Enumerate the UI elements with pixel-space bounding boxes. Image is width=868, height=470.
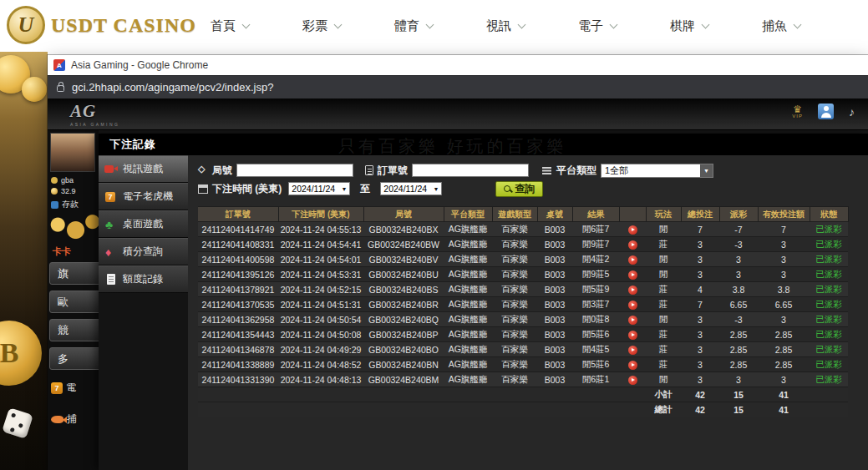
- replay-play-button[interactable]: [628, 316, 637, 325]
- replay-play-button[interactable]: [628, 331, 637, 340]
- lobby-hall-button[interactable]: 歐: [49, 291, 99, 313]
- cell-result: 閒6莊7: [572, 222, 619, 237]
- nav-item[interactable]: 視訊: [486, 18, 525, 34]
- replay-play-button[interactable]: [628, 301, 637, 310]
- search-button[interactable]: 查詢: [495, 181, 543, 197]
- lobby-username: gba: [51, 176, 74, 184]
- cell-payout: -3: [719, 312, 758, 327]
- cell-total-bet: 3: [681, 357, 719, 372]
- cell-total-bet: 3: [681, 267, 719, 282]
- cell-play-type: 莊: [646, 342, 681, 357]
- cell-platform: AG旗艦廳: [444, 267, 492, 282]
- chevron-down-icon: [334, 20, 343, 28]
- table-row: 241124041346878 2024-11-24 04:49:29 GB00…: [198, 342, 848, 357]
- ag-logo[interactable]: AG ASIA GAMING: [70, 101, 119, 127]
- cell-table-no: B003: [537, 267, 572, 282]
- table-row: 241124041400598 2024-11-24 04:54:01 GB00…: [198, 252, 848, 267]
- round-input[interactable]: [236, 164, 353, 177]
- cell-total-bet: 3: [681, 372, 719, 387]
- cell-order-id: 241124041354443: [198, 327, 278, 342]
- cell-table-no: B003: [537, 222, 572, 237]
- nav-item[interactable]: 電子: [578, 18, 617, 34]
- cell-table-no: B003: [537, 282, 572, 297]
- date-from-picker[interactable]: 2024/11/24 ▼: [288, 182, 350, 195]
- slots-label: 電: [66, 381, 76, 395]
- bet-table-header-row: 訂單號下注時間 (美東)局號平台類型遊戲類型桌號結果玩法總投注派彩有效投注額狀態: [198, 207, 848, 222]
- total-valid: 41: [758, 402, 810, 417]
- vip-button[interactable]: ♛ VIP: [792, 105, 803, 119]
- menu-label: 電子老虎機: [123, 190, 173, 204]
- nav-label: 首頁: [211, 18, 236, 34]
- cell-play-type: 莊: [646, 282, 681, 297]
- hall-label: 多: [58, 351, 69, 366]
- records-menu-item[interactable]: 視訊遊戲: [99, 155, 188, 183]
- cell-replay: [619, 267, 646, 282]
- cell-payout: 3.8: [719, 282, 758, 297]
- site-logo[interactable]: U USDT CASINO: [7, 6, 196, 44]
- lobby-hall-button[interactable]: 競: [49, 319, 99, 341]
- cell-table-no: B003: [537, 252, 572, 267]
- slot-machine-icon: [104, 191, 118, 203]
- nav-item[interactable]: 彩票: [302, 18, 341, 34]
- records-menu-item[interactable]: 額度記錄: [99, 265, 188, 293]
- column-header: 玩法: [646, 207, 681, 222]
- replay-play-button[interactable]: [628, 361, 637, 370]
- panel-title: 下注記錄: [99, 134, 868, 155]
- nav-label: 視訊: [486, 18, 511, 34]
- cell-payout: 3: [719, 267, 758, 282]
- replay-play-button[interactable]: [628, 255, 637, 265]
- cell-total-bet: 7: [681, 297, 719, 312]
- slot-seven-icon: 7: [51, 382, 63, 394]
- replay-play-button[interactable]: [628, 225, 637, 235]
- cell-table-no: B003: [537, 327, 572, 342]
- nav-item[interactable]: 捕魚: [762, 18, 800, 34]
- nav-item[interactable]: 首頁: [211, 18, 249, 34]
- table-row: 241124041338889 2024-11-24 04:48:52 GB00…: [198, 357, 848, 372]
- cell-table-no: B003: [537, 237, 572, 252]
- deposit-button[interactable]: 存款: [51, 199, 79, 210]
- lobby-hall-button[interactable]: 旗: [49, 262, 99, 285]
- cell-valid-bet: 3: [758, 312, 810, 327]
- nav-item[interactable]: 棋牌: [670, 18, 708, 34]
- cell-payout: 2.85: [719, 342, 758, 357]
- nav-label: 電子: [578, 18, 603, 34]
- column-header: 總投注: [681, 207, 719, 222]
- replay-play-button[interactable]: [628, 346, 637, 355]
- music-note-icon[interactable]: ♪: [849, 105, 855, 119]
- column-header: 平台類型: [444, 207, 492, 222]
- account-icon[interactable]: [818, 104, 834, 119]
- platform-select[interactable]: 1全部 ▼: [601, 164, 713, 178]
- replay-play-button[interactable]: [628, 240, 637, 250]
- cell-order-id: 241124041338889: [198, 357, 278, 372]
- ag-header-icons: ♛ VIP ♪: [792, 104, 855, 119]
- lobby-fishing-item[interactable]: 捕: [51, 412, 77, 427]
- cell-payout: -7: [719, 222, 758, 237]
- column-header: 有效投注額: [758, 207, 810, 222]
- cell-valid-bet: 3: [758, 372, 810, 387]
- calendar-icon: [198, 184, 208, 194]
- records-menu-item[interactable]: 電子老虎機: [99, 183, 188, 210]
- records-menu-item[interactable]: 積分查詢: [99, 238, 188, 265]
- replay-play-button[interactable]: [628, 270, 637, 280]
- chevron-down-icon: [242, 20, 251, 28]
- chrome-addressbar[interactable]: gci.2hhapi.com/agingame/pcv2/index.jsp?: [48, 75, 868, 99]
- cell-round-id: GB00324B240BO: [363, 342, 444, 357]
- nav-label: 彩票: [302, 18, 327, 34]
- cell-table-no: B003: [537, 297, 572, 312]
- date-to-picker[interactable]: 2024/11/24 ▼: [380, 182, 442, 195]
- replay-play-button[interactable]: [628, 376, 637, 385]
- lobby-slots-item[interactable]: 7 電: [51, 381, 76, 395]
- cell-platform: AG旗艦廳: [444, 297, 492, 312]
- total-row: 總計 42 15 41: [198, 402, 848, 417]
- order-input[interactable]: [412, 164, 529, 177]
- replay-play-button[interactable]: [628, 286, 637, 295]
- bet-records-panel: 下注記錄 視訊遊戲 電子老虎機 桌面遊戲 積分查詢 額度記錄: [99, 134, 868, 470]
- lobby-hall-button[interactable]: 多: [49, 347, 99, 370]
- nav-item[interactable]: 體育: [394, 18, 433, 34]
- hall-label: 競: [58, 323, 69, 338]
- cell-order-id: 241124041414749: [198, 222, 278, 237]
- cell-bet-time: 2024-11-24 04:49:29: [278, 342, 363, 357]
- platform-select-value: 1全部: [605, 164, 628, 177]
- table-row: 241124041331390 2024-11-24 04:48:13 GB00…: [198, 372, 848, 387]
- records-menu-item[interactable]: 桌面遊戲: [99, 210, 188, 238]
